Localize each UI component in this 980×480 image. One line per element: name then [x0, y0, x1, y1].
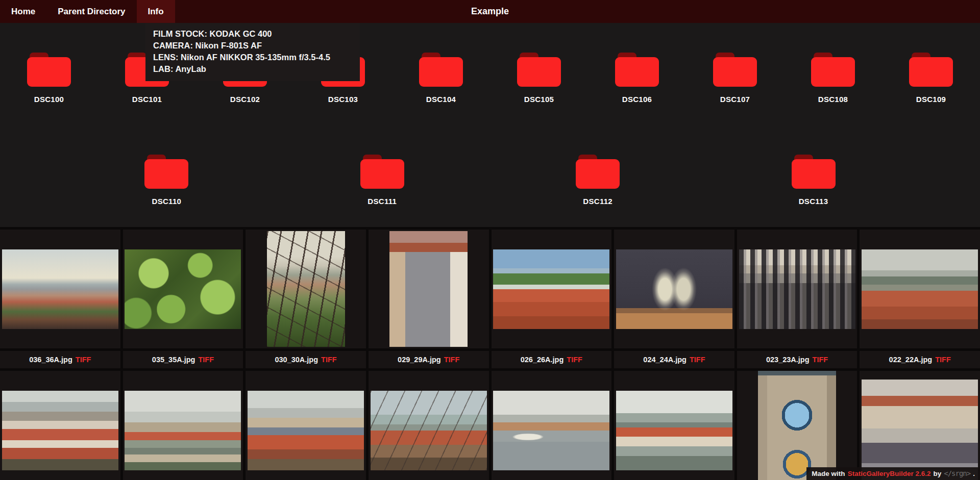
info-lens: LENS: Nikon AF NIKKOR 35-135mm f/3.5-4.5 — [153, 52, 352, 63]
gallery-caption: 022_22A.jpg TIFF — [860, 351, 980, 368]
folder-name: DSC101 — [98, 95, 196, 104]
thumbnail-image — [616, 249, 732, 329]
folder-item-dsc106[interactable]: DSC106 — [588, 53, 686, 104]
thumbnail-image — [2, 391, 118, 470]
tiff-badge: TIFF — [567, 356, 582, 364]
folder-name: DSC109 — [882, 95, 980, 104]
thumbnail-image — [616, 391, 732, 470]
gallery-item-036-36a[interactable] — [0, 230, 120, 348]
gallery-caption: 023_23A.jpg TIFF — [737, 351, 857, 368]
folder-item-dsc113[interactable]: DSC113 — [765, 155, 863, 206]
gallery-item-row2-7[interactable] — [737, 371, 857, 480]
folder-item-dsc112[interactable]: DSC112 — [549, 155, 647, 206]
gallery-item-024-24a[interactable] — [614, 230, 734, 348]
gallery-item-row2-6[interactable] — [614, 371, 734, 480]
folder-item-dsc109[interactable]: DSC109 — [882, 53, 980, 104]
gallery-caption: 035_35A.jpg TIFF — [123, 351, 243, 368]
info-tooltip: FILM STOCK: KODAK GC 400 CAMERA: Nikon F… — [145, 23, 360, 81]
gallery-item-row2-2[interactable] — [123, 371, 243, 480]
file-name: 024_24A.jpg — [643, 356, 687, 364]
folder-name: DSC103 — [294, 95, 392, 104]
folder-icon — [360, 155, 404, 189]
gallery-item-030-30a[interactable] — [246, 230, 366, 348]
thumbnail-image — [267, 231, 345, 347]
thumbnail-image — [125, 249, 241, 329]
tiff-badge: TIFF — [444, 356, 460, 364]
gallery-item-row2-3[interactable] — [246, 371, 366, 480]
thumbnail-image — [125, 391, 241, 470]
folder-name: DSC104 — [392, 95, 490, 104]
file-name: 036_36A.jpg — [29, 356, 72, 364]
folder-item-dsc110[interactable]: DSC110 — [117, 155, 215, 206]
info-camera: CAMERA: Nikon F-801S AF — [153, 40, 352, 52]
folder-icon — [792, 155, 836, 189]
gallery-caption: 024_24A.jpg TIFF — [614, 351, 734, 368]
gallery-caption: 030_30A.jpg TIFF — [246, 351, 366, 368]
folder-name: DSC111 — [333, 197, 431, 206]
nav-item-parent-directory[interactable]: Parent Directory — [46, 0, 136, 23]
folder-item-dsc107[interactable]: DSC107 — [686, 53, 784, 104]
tiff-badge: TIFF — [935, 356, 951, 364]
info-film-stock: FILM STOCK: KODAK GC 400 — [153, 28, 352, 40]
gallery-caption: 036_36A.jpg TIFF — [0, 351, 120, 368]
file-name: 026_26A.jpg — [521, 356, 564, 364]
folder-icon — [909, 53, 953, 87]
srgn-logo[interactable]: </srgn> — [944, 469, 970, 477]
folder-item-dsc108[interactable]: DSC108 — [784, 53, 882, 104]
thumbnail-image — [2, 249, 118, 329]
folder-icon — [713, 53, 757, 87]
footer-dot: . — [973, 470, 975, 477]
folder-name: DSC108 — [784, 95, 882, 104]
nav-item-home[interactable]: Home — [0, 0, 46, 23]
gallery-caption: 029_29A.jpg TIFF — [369, 351, 489, 368]
gallery-item-row2-4[interactable] — [369, 371, 489, 480]
file-name: 035_35A.jpg — [152, 356, 195, 364]
thumbnail-image — [248, 391, 364, 470]
photo-gallery: 036_36A.jpg TIFF 035_35A.jpg TIFF 030_30… — [0, 227, 980, 480]
gallery-item-035-35a[interactable] — [123, 230, 243, 348]
folder-icon — [576, 155, 620, 189]
thumbnail-image — [862, 249, 978, 329]
footer-watermark: Made with StaticGalleryBuilder 2.6.2 by … — [806, 467, 980, 480]
gallery-item-029-29a[interactable] — [369, 230, 489, 348]
folder-icon — [517, 53, 561, 87]
tiff-badge: TIFF — [198, 356, 214, 364]
tiff-badge: TIFF — [321, 356, 337, 364]
folder-icon — [144, 155, 188, 189]
thumbnail-image — [371, 391, 487, 470]
folder-item-dsc111[interactable]: DSC111 — [333, 155, 431, 206]
thumbnail-image — [493, 249, 609, 329]
footer-builder-link[interactable]: StaticGalleryBuilder 2.6.2 — [848, 470, 931, 477]
folder-name: DSC100 — [0, 95, 98, 104]
footer-by: by — [933, 470, 941, 477]
folder-name: DSC107 — [686, 95, 784, 104]
gallery-item-026-26a[interactable] — [492, 230, 612, 348]
folder-name: DSC110 — [117, 197, 215, 206]
file-name: 029_29A.jpg — [398, 356, 441, 364]
folder-item-dsc104[interactable]: DSC104 — [392, 53, 490, 104]
folder-name: DSC106 — [588, 95, 686, 104]
thumbnail-image — [389, 231, 468, 347]
tiff-badge: TIFF — [690, 356, 705, 364]
footer-made-with: Made with — [812, 470, 845, 477]
folder-name: DSC112 — [549, 197, 647, 206]
gallery-item-row2-1[interactable] — [0, 371, 120, 480]
thumbnail-image — [758, 371, 836, 480]
page-title: Example — [471, 0, 509, 23]
folder-item-dsc105[interactable]: DSC105 — [490, 53, 588, 104]
thumbnail-image — [862, 380, 978, 480]
folder-item-dsc100[interactable]: DSC100 — [0, 53, 98, 104]
gallery-caption: 026_26A.jpg TIFF — [492, 351, 612, 368]
thumbnail-image — [739, 249, 855, 329]
folder-icon — [615, 53, 659, 87]
nav-item-info[interactable]: Info — [137, 0, 175, 23]
gallery-item-022-22a[interactable] — [860, 230, 980, 348]
folder-icon — [419, 53, 463, 87]
tiff-badge: TIFF — [813, 356, 828, 364]
folder-name: DSC113 — [765, 197, 863, 206]
gallery-item-row2-8[interactable] — [860, 371, 980, 480]
gallery-item-row2-5[interactable] — [492, 371, 612, 480]
file-name: 022_22A.jpg — [889, 356, 933, 364]
gallery-item-023-23a[interactable] — [737, 230, 857, 348]
info-lab: LAB: AnyLab — [153, 63, 352, 75]
